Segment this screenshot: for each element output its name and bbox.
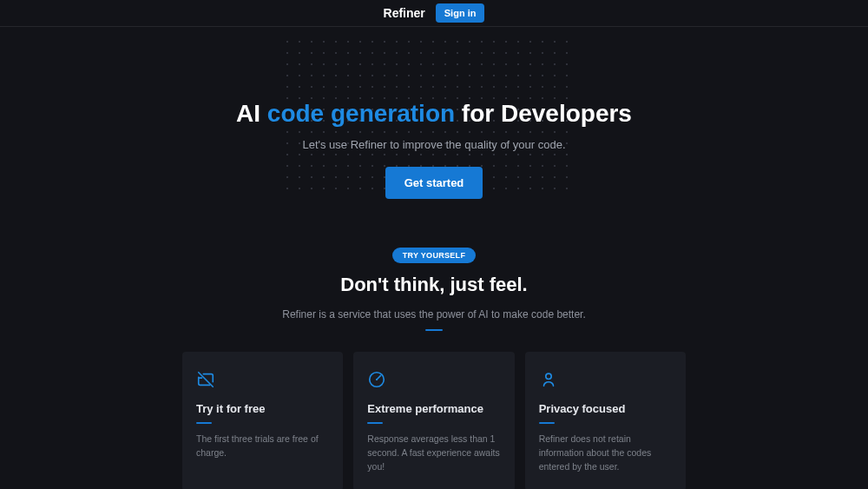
hero-title-suffix: for Developers [455, 100, 632, 127]
feature-description: The first three trials are free of charg… [196, 433, 329, 460]
section-divider [425, 329, 443, 331]
user-icon [539, 369, 672, 390]
section-subtitle: Refiner is a service that uses the power… [0, 308, 868, 320]
hero-title-prefix: AI [236, 100, 267, 127]
signin-button[interactable]: Sign in [436, 3, 485, 23]
feature-title: Try it for free [196, 402, 329, 415]
feature-title: Extreme performance [367, 402, 500, 415]
feature-card-performance: Extreme performance Response averages le… [353, 352, 514, 489]
brand-name: Refiner [384, 6, 425, 20]
card-divider [539, 422, 555, 424]
credit-card-off-icon [196, 369, 329, 390]
hero-section: AI code generation for Developers Let's … [0, 27, 868, 227]
hero-title: AI code generation for Developers [0, 100, 868, 128]
feature-card-free: Try it for free The first three trials a… [182, 352, 343, 489]
hero-title-accent: code generation [267, 100, 455, 127]
features-section: TRY YOURSELF Don't think, just feel. Ref… [0, 227, 868, 489]
feature-grid: Try it for free The first three trials a… [182, 352, 686, 489]
svg-point-1 [376, 379, 378, 380]
section-title: Don't think, just feel. [0, 274, 868, 296]
hero-subtitle: Let's use Refiner to improve the quality… [0, 138, 868, 151]
get-started-button[interactable]: Get started [385, 167, 483, 199]
section-badge: TRY YOURSELF [392, 248, 476, 263]
feature-card-privacy: Privacy focused Refiner does not retain … [525, 352, 686, 489]
feature-title: Privacy focused [539, 402, 672, 415]
gauge-icon [367, 369, 500, 390]
svg-point-2 [545, 373, 550, 379]
header: Refiner Sign in [0, 0, 868, 27]
feature-description: Response averages less than 1 second. A … [367, 433, 500, 473]
feature-description: Refiner does not retain information abou… [539, 433, 672, 473]
card-divider [367, 422, 383, 424]
card-divider [196, 422, 212, 424]
